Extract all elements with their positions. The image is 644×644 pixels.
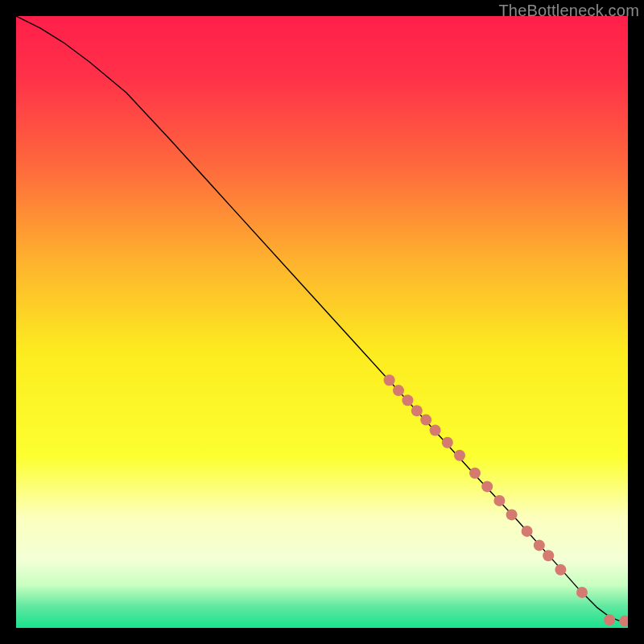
watermark-text: TheBottleneck.com (498, 2, 639, 20)
series-dots-point (493, 495, 505, 506)
series-dots-point (411, 405, 423, 416)
series-dots-point (393, 385, 404, 396)
series-dots-point (481, 481, 493, 492)
chart-stage: TheBottleneck.com (0, 0, 644, 644)
series-dots-point (469, 468, 481, 479)
series-dots-point (604, 614, 615, 625)
series-dots-point (454, 450, 465, 461)
series-dots-point (555, 564, 566, 576)
chart-background (16, 16, 628, 628)
series-dots-point (506, 509, 518, 520)
chart-svg (16, 16, 628, 628)
chart-plot-area (16, 16, 628, 628)
series-dots-point (420, 415, 431, 426)
series-dots-point (442, 437, 453, 448)
series-dots-point (522, 526, 533, 537)
series-dots-point (384, 374, 395, 386)
series-dots-point (430, 425, 441, 436)
series-dots-point (543, 550, 554, 561)
series-dots-point (534, 539, 545, 551)
series-dots-point (576, 587, 588, 598)
series-dots-point (402, 394, 413, 406)
